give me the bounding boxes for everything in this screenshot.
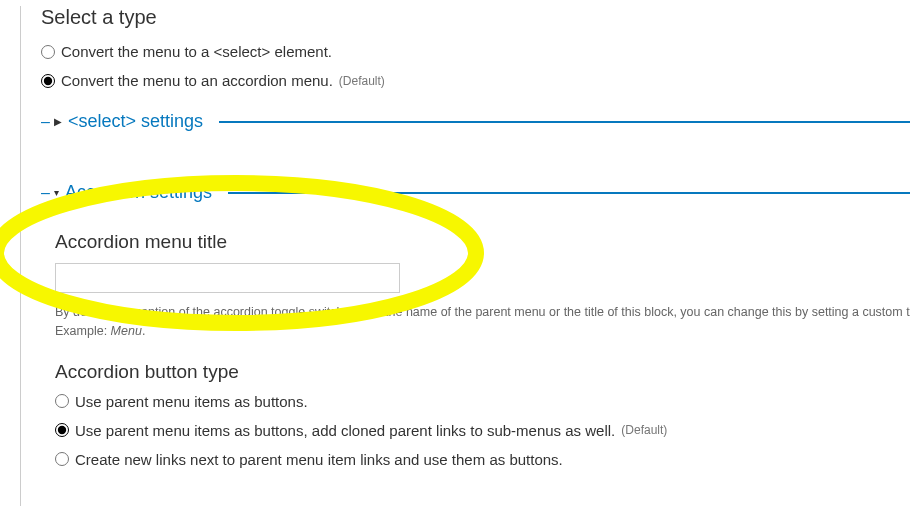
divider-line [228,192,910,194]
button-type-option-1[interactable]: Use parent menu items as buttons, add cl… [55,422,910,439]
divider-line [219,121,910,123]
button-type-radio-2[interactable] [55,452,69,466]
button-type-radio-0[interactable] [55,394,69,408]
help-text-prefix: Example: [55,324,111,338]
type-radio-select[interactable] [41,45,55,59]
default-tag: (Default) [621,423,667,437]
type-radio-accordion-label[interactable]: Convert the menu to an accordion menu. [61,72,333,89]
type-radio-accordion[interactable] [41,74,55,88]
button-type-label-0[interactable]: Use parent menu items as buttons. [75,393,308,410]
settings-form: Select a type Convert the menu to a <sel… [20,6,910,506]
select-settings-collapsible[interactable]: – ▶ <select> settings [41,111,910,132]
dash-icon: – [41,184,50,202]
type-option-accordion[interactable]: Convert the menu to an accordion menu. (… [41,72,910,89]
help-text-em: Menu [111,324,142,338]
default-tag: (Default) [339,74,385,88]
button-type-label-2[interactable]: Create new links next to parent menu ite… [75,451,563,468]
type-option-select[interactable]: Convert the menu to a <select> element. [41,43,910,60]
accordion-title-help: By default the caption of the accordion … [55,303,910,341]
accordion-settings-title[interactable]: Accordion settings [65,182,218,203]
accordion-settings-collapsible[interactable]: – ▾ Accordion settings [41,182,910,203]
caret-right-icon: ▶ [54,116,62,127]
button-type-option-2[interactable]: Create new links next to parent menu ite… [55,451,910,468]
help-text-line1: By default the caption of the accordion … [55,305,910,319]
button-type-label-1[interactable]: Use parent menu items as buttons, add cl… [75,422,615,439]
accordion-menu-title-label: Accordion menu title [55,231,910,253]
dash-icon: – [41,113,50,131]
select-type-heading: Select a type [41,6,910,29]
accordion-settings-body: Accordion menu title By default the capt… [41,209,910,468]
button-type-radio-1[interactable] [55,423,69,437]
caret-down-icon: ▾ [54,187,59,198]
accordion-menu-title-input[interactable] [55,263,400,293]
select-settings-title[interactable]: <select> settings [68,111,209,132]
button-type-option-0[interactable]: Use parent menu items as buttons. [55,393,910,410]
help-text-suffix: . [142,324,145,338]
accordion-button-type-label: Accordion button type [55,361,910,383]
type-radio-select-label[interactable]: Convert the menu to a <select> element. [61,43,332,60]
